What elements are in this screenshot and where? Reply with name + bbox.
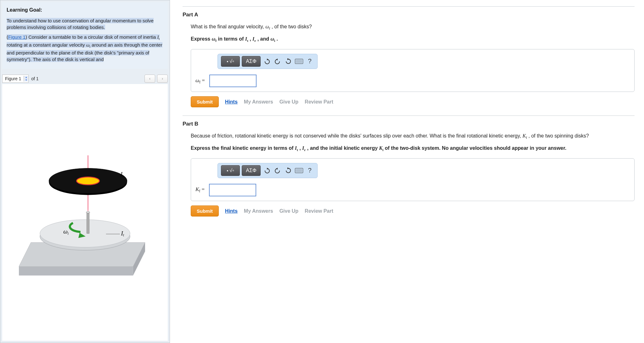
part-b: Part B Because of friction, rotational k… [183, 121, 635, 216]
give-up-link: Give Up [280, 98, 298, 105]
figure-bar: Figure 1 ▲ ▼ of 1 ‹ › [2, 75, 168, 83]
part-a-instruction: Express ωf in terms of It , Ir , and ωi … [191, 35, 635, 43]
part-a-question: What is the final angular velocity, ωf ,… [191, 23, 635, 31]
part-b-answer-line: Kf = [195, 184, 630, 196]
part-a-toolbar: ▪ √▫ ΑΣΦ [217, 54, 318, 69]
fraction-icon: ▪ [227, 168, 228, 173]
part-b-answer-box: ▪ √▫ ΑΣΦ [191, 158, 635, 201]
chevron-down-icon[interactable]: ▼ [24, 79, 28, 82]
sqrt-icon: √▫ [229, 168, 234, 173]
part-a-answer-box: ▪ √▫ ΑΣΦ [191, 49, 635, 92]
divider-mid [183, 115, 635, 116]
figure-canvas: Ir ωi It [2, 84, 168, 341]
undo-icon[interactable] [263, 57, 271, 66]
part-b-answer-input[interactable] [209, 184, 256, 196]
right-panel: Part A What is the final angular velocit… [170, 0, 644, 343]
figure-spinner[interactable]: ▲ ▼ [24, 76, 28, 82]
svg-marker-18 [276, 59, 278, 60]
redo-icon[interactable] [273, 166, 282, 175]
learning-goal-p2: (Figure 1) Consider a turntable to be a … [7, 34, 163, 62]
redo-icon[interactable] [273, 57, 282, 66]
review-part-link: Review Part [305, 98, 333, 105]
part-a: Part A What is the final angular velocit… [183, 12, 635, 107]
figure-selector[interactable]: Figure 1 ▲ ▼ [2, 75, 29, 83]
svg-point-12 [86, 211, 90, 213]
svg-point-10 [40, 220, 130, 247]
part-b-actions: Submit Hints My Answers Give Up Review P… [191, 205, 635, 216]
sqrt-icon: √▫ [229, 59, 234, 64]
keyboard-icon[interactable] [295, 166, 303, 175]
template-button[interactable]: ▪ √▫ [221, 56, 240, 67]
part-a-answer-line: ωf = [195, 75, 630, 87]
svg-marker-19 [287, 58, 289, 60]
divider-top [183, 6, 635, 7]
left-panel: Learning Goal: To understand how to use … [0, 0, 170, 343]
part-a-toolbar-wrapper: ▪ √▫ ΑΣΦ [217, 54, 630, 69]
figure-svg: Ir ωi It [3, 146, 167, 278]
part-b-instruction: Express the final kinetic energy in term… [191, 144, 635, 152]
figure-next-button[interactable]: › [157, 75, 168, 83]
greek-button[interactable]: ΑΣΦ [242, 56, 261, 67]
part-a-title: Part A [183, 12, 635, 18]
part-a-actions: Submit Hints My Answers Give Up Review P… [191, 96, 635, 107]
learning-goal-heading: Learning Goal: [7, 7, 163, 14]
learning-goal-p1: To understand how to use conservation of… [7, 17, 163, 31]
hints-link[interactable]: Hints [225, 98, 238, 105]
svg-marker-17 [267, 59, 268, 60]
svg-text:Ir: Ir [120, 171, 124, 178]
help-icon[interactable]: ? [305, 166, 314, 175]
undo-icon[interactable] [263, 166, 271, 175]
figure-prev-button[interactable]: ‹ [144, 75, 155, 83]
svg-marker-21 [276, 168, 278, 170]
my-answers-link: My Answers [244, 98, 273, 105]
greek-button[interactable]: ΑΣΦ [242, 165, 261, 176]
my-answers-link: My Answers [244, 207, 273, 215]
svg-marker-20 [267, 168, 268, 170]
part-b-question: Because of friction, rotational kinetic … [191, 132, 635, 140]
fraction-icon: ▪ [227, 59, 228, 64]
figure-link[interactable]: Figure 1 [8, 34, 25, 40]
part-b-title: Part B [183, 121, 635, 127]
reset-icon[interactable] [284, 166, 293, 175]
chevron-up-icon[interactable]: ▲ [24, 76, 28, 79]
part-a-answer-prefix: ωf = [195, 77, 205, 85]
submit-button[interactable]: Submit [191, 96, 219, 107]
figure-of-label: of 1 [31, 76, 38, 81]
figure-selector-label: Figure 1 [3, 76, 24, 81]
template-button[interactable]: ▪ √▫ [221, 165, 240, 176]
review-part-link: Review Part [305, 207, 333, 215]
part-b-toolbar-wrapper: ▪ √▫ ΑΣΦ [217, 163, 630, 178]
help-icon[interactable]: ? [305, 57, 314, 66]
svg-marker-7 [19, 267, 133, 276]
hints-link[interactable]: Hints [225, 207, 238, 215]
svg-marker-22 [287, 167, 289, 169]
submit-button[interactable]: Submit [191, 205, 219, 216]
keyboard-icon[interactable] [295, 57, 303, 66]
learning-goal-box: Learning Goal: To understand how to use … [2, 2, 168, 69]
give-up-link: Give Up [280, 207, 298, 215]
part-a-answer-input[interactable] [209, 75, 257, 87]
svg-point-4 [76, 177, 99, 185]
part-b-toolbar: ▪ √▫ ΑΣΦ [217, 163, 318, 178]
part-b-answer-prefix: Kf = [195, 186, 205, 194]
svg-rect-11 [87, 212, 89, 233]
reset-icon[interactable] [284, 57, 293, 66]
